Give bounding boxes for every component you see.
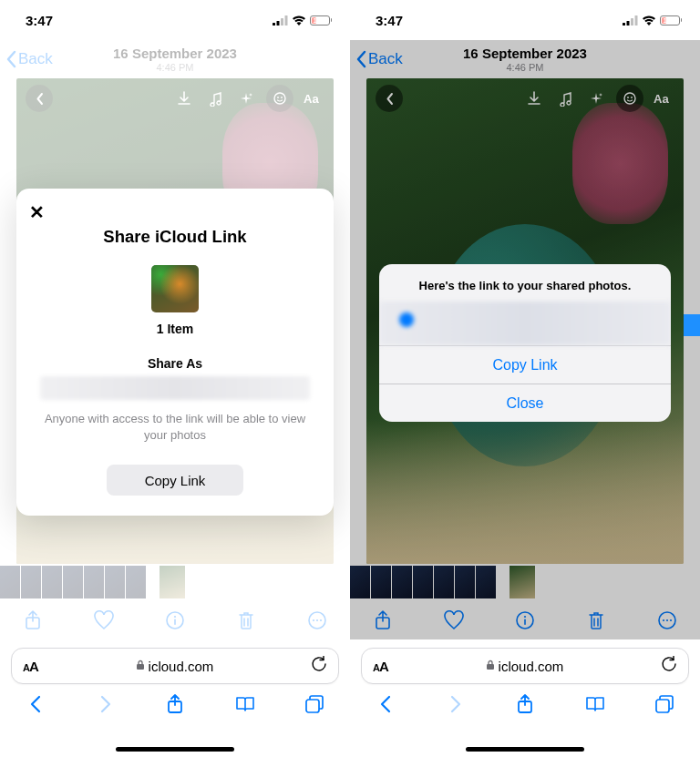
download-icon[interactable] [173, 87, 195, 109]
svg-rect-2 [281, 18, 283, 26]
share-icon[interactable] [372, 609, 394, 631]
sparkle-icon[interactable] [235, 87, 257, 109]
svg-rect-0 [273, 23, 275, 26]
thumbnail[interactable] [413, 566, 433, 598]
svg-point-14 [316, 619, 318, 621]
shared-link-alert: Here's the link to your shared photos. C… [379, 264, 671, 422]
status-right: 14 [623, 15, 683, 26]
copy-link-button[interactable]: Copy Link [107, 465, 243, 496]
sticker-icon[interactable] [266, 85, 293, 112]
status-time: 3:47 [376, 13, 403, 28]
info-icon[interactable] [164, 609, 186, 631]
wifi-icon [292, 15, 306, 26]
heart-icon[interactable] [93, 609, 115, 631]
alert-close-button[interactable]: Close [379, 384, 671, 422]
wifi-icon [642, 15, 656, 26]
thumbnail[interactable] [434, 566, 454, 598]
thumbnail[interactable] [21, 566, 41, 598]
home-indicator [466, 747, 584, 752]
svg-rect-30 [524, 619, 526, 626]
thumbnail-current[interactable] [510, 566, 535, 598]
photo-back-chevron-icon[interactable] [376, 85, 403, 112]
text-size-button[interactable]: AA [373, 659, 388, 674]
svg-rect-37 [656, 700, 669, 712]
close-icon[interactable]: ✕ [29, 201, 45, 223]
share-as-label: Share As [35, 356, 315, 371]
bookmarks-icon[interactable] [233, 692, 257, 716]
browser-back-icon[interactable] [24, 692, 47, 716]
refresh-icon[interactable] [661, 656, 677, 677]
nav-subtitle: 4:46 PM [463, 62, 587, 73]
safari-url-bar[interactable]: AA icloud.com [11, 648, 339, 684]
thumbnail[interactable] [126, 566, 146, 598]
svg-point-34 [670, 619, 672, 621]
info-icon[interactable] [514, 609, 536, 631]
svg-rect-11 [174, 619, 176, 626]
thumbnail[interactable] [350, 566, 370, 598]
text-aa-icon[interactable]: Aa [653, 87, 674, 109]
thumbnail[interactable] [84, 566, 104, 598]
nav-title: 16 September 2023 [463, 46, 587, 61]
text-size-button[interactable]: AA [23, 659, 38, 674]
more-icon[interactable] [306, 609, 328, 631]
thumbnail-current[interactable] [160, 566, 185, 598]
music-icon[interactable] [554, 87, 576, 109]
svg-point-13 [313, 619, 314, 621]
heart-icon[interactable] [443, 609, 465, 631]
browser-share-icon[interactable] [513, 692, 537, 716]
photo-back-chevron-icon[interactable] [26, 85, 53, 112]
thumbnail[interactable] [392, 566, 412, 598]
share-item-count: 1 Item [35, 322, 315, 336]
alert-copy-link-button[interactable]: Copy Link [379, 345, 671, 384]
back-button[interactable]: Back [5, 50, 53, 68]
selection-highlight [684, 314, 700, 336]
photo-action-bar [0, 598, 350, 642]
photo-action-bar [350, 598, 700, 642]
download-icon[interactable] [523, 87, 545, 109]
browser-back-icon[interactable] [374, 692, 397, 716]
music-icon[interactable] [204, 87, 226, 109]
tabs-icon[interactable] [303, 692, 326, 716]
browser-forward-icon[interactable] [94, 692, 118, 716]
thumbnail[interactable] [371, 566, 391, 598]
thumbnail[interactable] [105, 566, 125, 598]
sticker-icon[interactable] [616, 85, 643, 112]
browser-forward-icon[interactable] [444, 692, 468, 716]
thumbnail[interactable] [63, 566, 83, 598]
thumbnail-strip[interactable] [0, 566, 350, 598]
svg-rect-18 [306, 700, 319, 712]
bookmarks-icon[interactable] [583, 692, 607, 716]
browser-share-icon[interactable] [163, 692, 187, 716]
svg-point-6 [281, 97, 283, 98]
svg-point-23 [624, 93, 635, 104]
svg-rect-19 [623, 23, 625, 26]
thumbnail[interactable] [455, 566, 475, 598]
more-icon[interactable] [656, 609, 678, 631]
svg-point-5 [277, 97, 279, 98]
svg-rect-21 [631, 18, 633, 26]
text-aa-icon[interactable]: Aa [303, 87, 324, 109]
cellular-signal-icon [623, 15, 638, 26]
back-label: Back [18, 50, 53, 68]
nav-title: 16 September 2023 [113, 46, 237, 61]
trash-icon[interactable] [235, 609, 257, 631]
nav-header: Back 16 September 2023 4:46 PM [350, 40, 700, 78]
back-button[interactable]: Back [355, 50, 403, 68]
battery-icon: 14 [660, 15, 683, 26]
svg-text:Aa: Aa [304, 92, 319, 106]
trash-icon[interactable] [585, 609, 607, 631]
svg-point-24 [627, 97, 629, 98]
thumbnail[interactable] [42, 566, 62, 598]
thumbnail[interactable] [0, 566, 20, 598]
status-right: 15 [273, 15, 333, 26]
tabs-icon[interactable] [653, 692, 676, 716]
photo-top-toolbar: Aa [366, 78, 684, 118]
nav-title-group: 16 September 2023 4:46 PM [463, 46, 587, 73]
safari-url-bar[interactable]: AA icloud.com [361, 648, 689, 684]
thumbnail-strip[interactable] [350, 566, 700, 598]
url-display: icloud.com [38, 659, 311, 674]
share-icon[interactable] [22, 609, 44, 631]
thumbnail[interactable] [476, 566, 496, 598]
sparkle-icon[interactable] [585, 87, 607, 109]
refresh-icon[interactable] [311, 656, 327, 677]
